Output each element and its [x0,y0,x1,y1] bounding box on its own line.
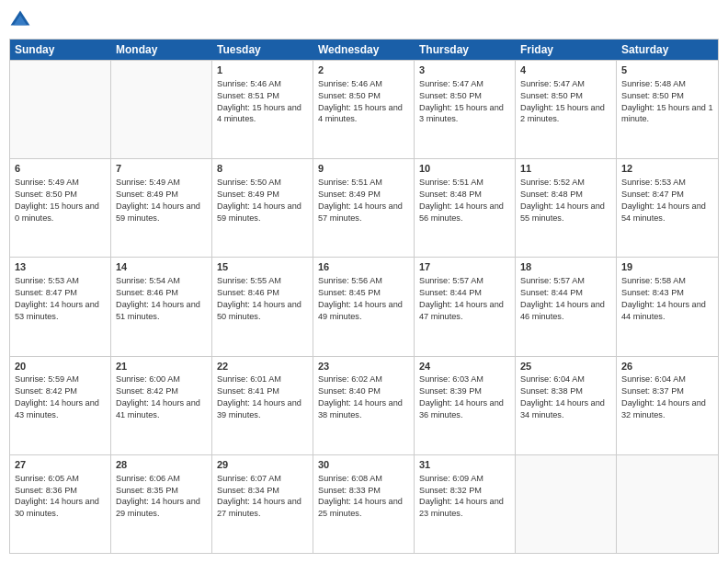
header-day-thursday: Thursday [415,40,516,60]
day-cell-9: 9Sunrise: 5:51 AM Sunset: 8:49 PM Daylig… [313,159,415,257]
header-day-saturday: Saturday [617,40,718,60]
day-info: Sunrise: 6:02 AM Sunset: 8:40 PM Dayligh… [318,373,409,421]
day-info: Sunrise: 6:07 AM Sunset: 8:34 PM Dayligh… [217,473,308,521]
day-info: Sunrise: 5:48 AM Sunset: 8:50 PM Dayligh… [621,78,713,126]
day-cell-1: 1Sunrise: 5:46 AM Sunset: 8:51 PM Daylig… [212,61,313,158]
day-cell-21: 21Sunrise: 6:00 AM Sunset: 8:42 PM Dayli… [111,357,212,454]
day-info: Sunrise: 5:56 AM Sunset: 8:45 PM Dayligh… [318,275,409,323]
day-cell-31: 31Sunrise: 6:09 AM Sunset: 8:32 PM Dayli… [415,455,516,553]
day-number: 14 [116,260,207,274]
day-number: 19 [621,260,713,274]
day-cell-19: 19Sunrise: 5:58 AM Sunset: 8:43 PM Dayli… [617,258,718,355]
day-number: 9 [318,162,409,176]
day-info: Sunrise: 6:03 AM Sunset: 8:39 PM Dayligh… [419,373,510,421]
day-number: 16 [318,260,409,274]
day-number: 7 [116,162,207,176]
empty-cell [617,455,718,553]
day-cell-28: 28Sunrise: 6:06 AM Sunset: 8:35 PM Dayli… [111,455,212,553]
day-cell-8: 8Sunrise: 5:50 AM Sunset: 8:49 PM Daylig… [212,159,313,257]
day-number: 21 [116,360,207,373]
day-number: 17 [419,260,510,274]
week-row-2: 6Sunrise: 5:49 AM Sunset: 8:50 PM Daylig… [10,158,718,257]
header-day-friday: Friday [516,40,617,60]
day-number: 8 [217,162,308,176]
day-info: Sunrise: 6:04 AM Sunset: 8:38 PM Dayligh… [520,373,611,421]
day-info: Sunrise: 6:01 AM Sunset: 8:41 PM Dayligh… [217,373,308,421]
day-info: Sunrise: 5:58 AM Sunset: 8:43 PM Dayligh… [621,275,713,323]
day-number: 27 [15,458,106,472]
day-cell-3: 3Sunrise: 5:47 AM Sunset: 8:50 PM Daylig… [415,61,516,158]
day-info: Sunrise: 6:08 AM Sunset: 8:33 PM Dayligh… [318,473,409,521]
day-cell-24: 24Sunrise: 6:03 AM Sunset: 8:39 PM Dayli… [415,357,516,454]
day-number: 4 [520,63,611,77]
header-day-sunday: Sunday [10,40,111,60]
day-cell-26: 26Sunrise: 6:04 AM Sunset: 8:37 PM Dayli… [617,357,718,454]
day-cell-18: 18Sunrise: 5:57 AM Sunset: 8:44 PM Dayli… [516,258,617,355]
day-number: 15 [217,260,308,274]
day-info: Sunrise: 6:00 AM Sunset: 8:42 PM Dayligh… [116,373,207,421]
empty-cell [10,61,111,158]
day-info: Sunrise: 5:51 AM Sunset: 8:48 PM Dayligh… [419,177,510,224]
day-cell-20: 20Sunrise: 5:59 AM Sunset: 8:42 PM Dayli… [10,357,111,454]
day-info: Sunrise: 5:49 AM Sunset: 8:49 PM Dayligh… [116,177,207,224]
week-row-3: 13Sunrise: 5:53 AM Sunset: 8:47 PM Dayli… [10,257,718,355]
day-info: Sunrise: 5:57 AM Sunset: 8:44 PM Dayligh… [520,275,611,323]
day-info: Sunrise: 5:59 AM Sunset: 8:42 PM Dayligh… [15,373,106,421]
header-day-tuesday: Tuesday [212,40,313,60]
day-info: Sunrise: 5:47 AM Sunset: 8:50 PM Dayligh… [520,78,611,126]
logo [9,9,35,31]
day-number: 6 [15,162,106,176]
day-cell-12: 12Sunrise: 5:53 AM Sunset: 8:47 PM Dayli… [617,159,718,257]
day-info: Sunrise: 5:55 AM Sunset: 8:46 PM Dayligh… [217,275,308,323]
day-number: 10 [419,162,510,176]
day-info: Sunrise: 5:54 AM Sunset: 8:46 PM Dayligh… [116,275,207,323]
day-number: 5 [621,63,713,77]
week-row-4: 20Sunrise: 5:59 AM Sunset: 8:42 PM Dayli… [10,356,718,454]
page: SundayMondayTuesdayWednesdayThursdayFrid… [0,0,728,563]
day-number: 2 [318,63,409,77]
day-cell-23: 23Sunrise: 6:02 AM Sunset: 8:40 PM Dayli… [313,357,415,454]
day-number: 22 [217,360,308,373]
day-cell-17: 17Sunrise: 5:57 AM Sunset: 8:44 PM Dayli… [415,258,516,355]
day-number: 3 [419,63,510,77]
day-number: 26 [621,360,713,373]
empty-cell [111,61,212,158]
day-info: Sunrise: 5:53 AM Sunset: 8:47 PM Dayligh… [15,275,106,323]
header [9,9,719,31]
day-cell-14: 14Sunrise: 5:54 AM Sunset: 8:46 PM Dayli… [111,258,212,355]
day-info: Sunrise: 5:47 AM Sunset: 8:50 PM Dayligh… [419,78,510,126]
day-info: Sunrise: 5:52 AM Sunset: 8:48 PM Dayligh… [520,177,611,224]
day-number: 20 [15,360,106,373]
day-number: 13 [15,260,106,274]
day-cell-15: 15Sunrise: 5:55 AM Sunset: 8:46 PM Dayli… [212,258,313,355]
day-cell-5: 5Sunrise: 5:48 AM Sunset: 8:50 PM Daylig… [617,61,718,158]
day-number: 11 [520,162,611,176]
day-info: Sunrise: 5:51 AM Sunset: 8:49 PM Dayligh… [318,177,409,224]
day-cell-13: 13Sunrise: 5:53 AM Sunset: 8:47 PM Dayli… [10,258,111,355]
day-info: Sunrise: 5:46 AM Sunset: 8:50 PM Dayligh… [318,78,409,126]
day-info: Sunrise: 5:49 AM Sunset: 8:50 PM Dayligh… [15,177,106,224]
logo-icon [9,9,31,31]
day-cell-4: 4Sunrise: 5:47 AM Sunset: 8:50 PM Daylig… [516,61,617,158]
day-info: Sunrise: 6:09 AM Sunset: 8:32 PM Dayligh… [419,473,510,521]
day-number: 29 [217,458,308,472]
day-number: 28 [116,458,207,472]
day-info: Sunrise: 5:53 AM Sunset: 8:47 PM Dayligh… [621,177,713,224]
calendar: SundayMondayTuesdayWednesdayThursdayFrid… [9,39,719,554]
header-day-monday: Monday [111,40,212,60]
week-row-5: 27Sunrise: 6:05 AM Sunset: 8:36 PM Dayli… [10,454,718,553]
day-cell-22: 22Sunrise: 6:01 AM Sunset: 8:41 PM Dayli… [212,357,313,454]
day-number: 25 [520,360,611,373]
day-cell-30: 30Sunrise: 6:08 AM Sunset: 8:33 PM Dayli… [313,455,415,553]
day-number: 24 [419,360,510,373]
day-cell-2: 2Sunrise: 5:46 AM Sunset: 8:50 PM Daylig… [313,61,415,158]
day-cell-11: 11Sunrise: 5:52 AM Sunset: 8:48 PM Dayli… [516,159,617,257]
calendar-header: SundayMondayTuesdayWednesdayThursdayFrid… [10,40,718,60]
header-day-wednesday: Wednesday [313,40,415,60]
day-cell-29: 29Sunrise: 6:07 AM Sunset: 8:34 PM Dayli… [212,455,313,553]
day-cell-6: 6Sunrise: 5:49 AM Sunset: 8:50 PM Daylig… [10,159,111,257]
day-number: 12 [621,162,713,176]
day-number: 23 [318,360,409,373]
day-cell-16: 16Sunrise: 5:56 AM Sunset: 8:45 PM Dayli… [313,258,415,355]
day-number: 31 [419,458,510,472]
